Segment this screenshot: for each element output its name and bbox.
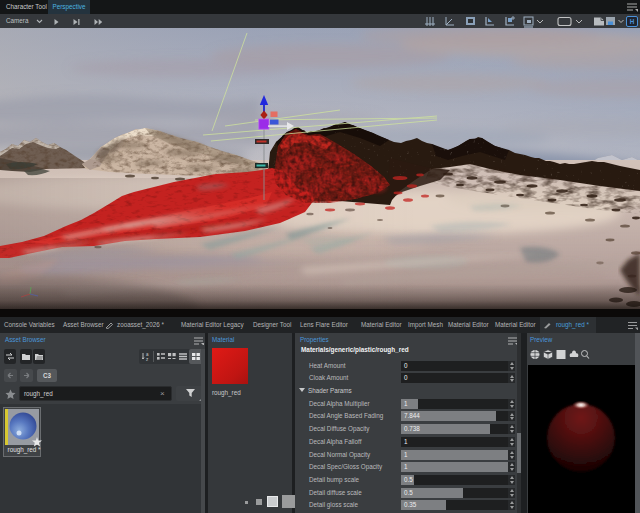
svg-text:z: z xyxy=(146,357,149,361)
